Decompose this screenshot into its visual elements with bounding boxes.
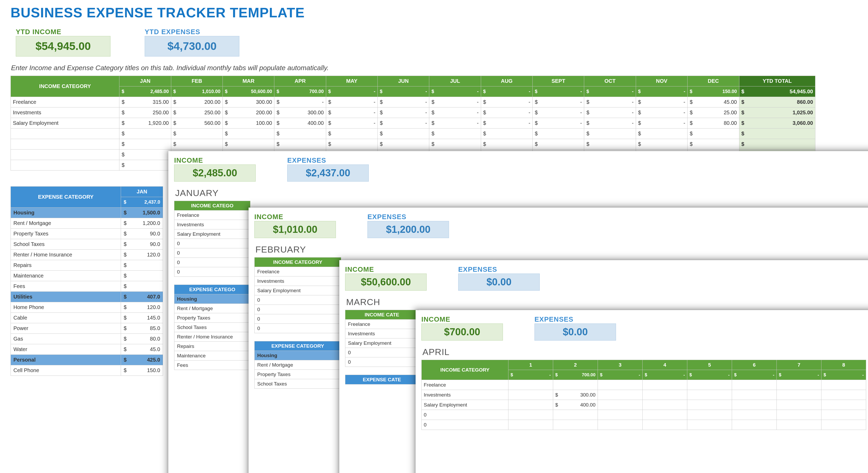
apr-income-value: $700.00 [422,324,503,341]
jan-income-value: $2,485.00 [174,165,256,181]
ytd-income-label: YTD INCOME [16,28,111,36]
ytd-summary: YTD INCOME $54,945.00 YTD EXPENSES $4,73… [0,21,868,57]
feb-income-label: INCOME [254,213,336,221]
jan-exp-label: EXPENSES [287,156,369,165]
feb-exp-label: EXPENSES [368,213,449,221]
jan-month-name: JANUARY [174,183,868,201]
jan-exp-value: $2,437.00 [287,165,369,181]
feb-income-value: $1,010.00 [254,221,336,238]
jan-income-table[interactable]: INCOME CATEGOFreelanceInvestmentsSalary … [174,201,250,277]
feb-exp-value: $1,200.00 [368,221,449,238]
jan-expense-table[interactable]: EXPENSE CATEGOHousingRent / MortgageProp… [174,284,250,370]
jan-income-label: INCOME [174,156,256,165]
apr-income-table[interactable]: INCOME CATEGORY12345678$-$700.00$-$-$-$-… [422,360,866,430]
feb-month-name: FEBRUARY [254,240,868,257]
mar-month-name: MARCH [345,292,868,310]
ytd-income-block: YTD INCOME $54,945.00 [16,28,111,57]
mar-exp-value: $0.00 [458,274,540,291]
april-panel: INCOME $700.00 EXPENSES $0.00 APRIL INCO… [415,310,868,473]
instruction-text: Enter Income and Expense Category titles… [0,57,868,76]
feb-expense-table[interactable]: EXPENSE CATEGORYHousingRent / MortgagePr… [254,341,341,388]
apr-income-label: INCOME [422,315,503,324]
page-title: BUSINESS EXPENSE TRACKER TEMPLATE [0,0,868,21]
ytd-expenses-block: YTD EXPENSES $4,730.00 [145,28,239,57]
ytd-expenses-label: YTD EXPENSES [145,28,239,36]
feb-income-table[interactable]: INCOME CATEGORYFreelanceInvestmentsSalar… [254,257,341,333]
mar-exp-label: EXPENSES [458,265,540,274]
ytd-expenses-value: $4,730.00 [145,36,239,57]
apr-exp-label: EXPENSES [534,315,616,324]
expense-jan-table[interactable]: EXPENSE CATEGORYJAN$2,437.0Housing$1,500… [10,186,163,376]
mar-income-value: $50,600.00 [345,274,427,291]
apr-month-name: APRIL [422,342,868,360]
mar-income-label: INCOME [345,265,427,274]
ytd-income-value: $54,945.00 [16,36,111,57]
mar-expense-table[interactable]: EXPENSE CATE [345,375,419,384]
apr-exp-value: $0.00 [534,324,616,341]
mar-income-table[interactable]: INCOME CATEFreelanceInvestmentsSalary Em… [345,310,419,367]
